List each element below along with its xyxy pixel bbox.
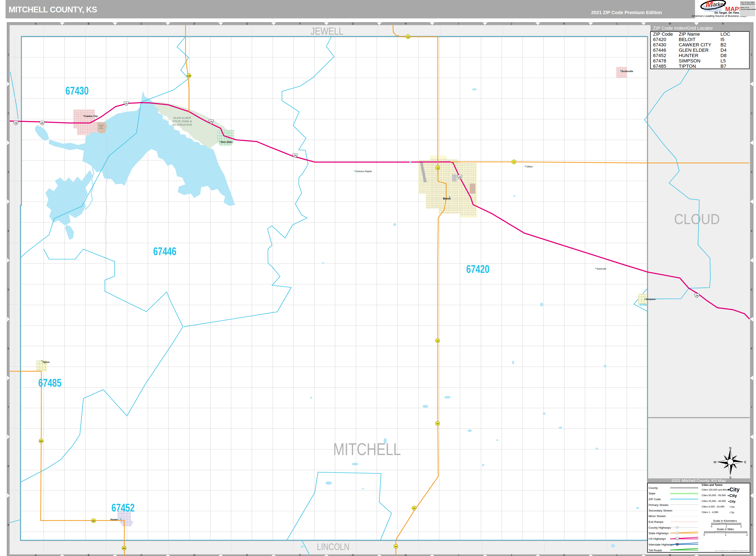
svg-text:Secondary Streets: Secondary Streets <box>649 509 672 512</box>
svg-text:GLEN ELDER: GLEN ELDER <box>679 47 709 53</box>
svg-text:City: City <box>729 493 737 498</box>
svg-text:arket: arket <box>713 1 726 7</box>
svg-text:L: L <box>617 554 618 556</box>
svg-text:6: 6 <box>8 347 9 350</box>
svg-text:2: 2 <box>8 112 9 115</box>
svg-text:On Target. On Time.: On Target. On Time. <box>715 11 740 14</box>
svg-text:1: 1 <box>751 53 752 56</box>
svg-text:Cities 100,000 and Above: Cities 100,000 and Above <box>702 488 730 491</box>
svg-text:COURSE: COURSE <box>99 128 103 129</box>
svg-text:24: 24 <box>210 120 212 123</box>
svg-text:4: 4 <box>751 230 752 233</box>
svg-text:G: G <box>352 22 354 25</box>
svg-text:LINCOLN: LINCOLN <box>317 542 350 552</box>
svg-text:Cawker City: Cawker City <box>84 115 98 117</box>
svg-text:2021 Mitchell County, KS Map: 2021 Mitchell County, KS Map <box>671 478 726 483</box>
svg-text:L5: L5 <box>721 58 726 64</box>
svg-text:2021 ZIP Code Premium Edition: 2021 ZIP Code Premium Edition <box>591 10 662 15</box>
svg-text:Beloit: Beloit <box>443 197 451 200</box>
svg-text:Solomon Rapids: Solomon Rapids <box>356 170 372 173</box>
svg-text:A: A <box>35 554 37 556</box>
svg-text:1: 1 <box>8 53 9 56</box>
svg-text:H: H <box>405 554 407 556</box>
svg-text:67446: 67446 <box>153 245 176 257</box>
svg-text:24: 24 <box>294 154 296 157</box>
svg-text:7: 7 <box>751 406 752 409</box>
svg-text:M: M <box>706 0 713 8</box>
svg-text:•: • <box>727 493 729 498</box>
svg-text:24: 24 <box>41 122 43 124</box>
svg-text:E: E <box>246 22 248 25</box>
svg-text:8: 8 <box>751 465 752 468</box>
svg-text:D8: D8 <box>721 53 726 58</box>
svg-text:M: M <box>669 22 671 25</box>
svg-text:Interstate Highways: Interstate Highways <box>649 543 674 546</box>
svg-text:123: 123 <box>676 538 679 540</box>
svg-text:MITCHELL: MITCHELL <box>333 440 401 458</box>
svg-text:ZIP Code: ZIP Code <box>653 31 673 37</box>
svg-text:W: W <box>714 460 717 464</box>
svg-text:Tipton: Tipton <box>42 361 50 363</box>
svg-text:ZIP Name: ZIP Name <box>679 31 700 37</box>
svg-text:Scottsville: Scottsville <box>621 70 633 72</box>
svg-text:JEWELL: JEWELL <box>310 25 343 37</box>
svg-text:67452: 67452 <box>653 53 666 58</box>
svg-text:Toll Roads: Toll Roads <box>649 549 662 552</box>
svg-text:7: 7 <box>8 406 9 409</box>
svg-text:J: J <box>511 554 512 556</box>
svg-text:SIMPSON: SIMPSON <box>679 58 700 64</box>
svg-text:14: 14 <box>437 167 439 169</box>
svg-text:0: 0 <box>703 533 705 536</box>
svg-text:14: 14 <box>395 546 397 548</box>
svg-text:N: N <box>729 446 732 450</box>
svg-text:Cities 1 - 4,999: Cities 1 - 4,999 <box>702 511 718 514</box>
svg-text:67430: 67430 <box>65 84 89 97</box>
svg-text:2: 2 <box>746 533 748 536</box>
svg-text:181: 181 <box>122 547 126 549</box>
svg-text:N: N <box>722 22 724 25</box>
svg-text:City: City <box>729 499 736 503</box>
svg-text:CLOUD: CLOUD <box>674 211 720 227</box>
svg-text:2021 © Intelligent Direct, Inc: 2021 © Intelligent Direct, Inc. Nebraska… <box>715 550 749 551</box>
svg-text:5: 5 <box>8 288 9 291</box>
svg-text:67420: 67420 <box>653 37 666 42</box>
svg-text:D: D <box>193 22 195 25</box>
svg-text:67446: 67446 <box>653 47 666 53</box>
svg-text:24: 24 <box>696 294 698 297</box>
svg-text:1-888-434-MAPS (6277): 1-888-434-MAPS (6277) <box>741 3 755 5</box>
svg-text:County: County <box>649 486 658 489</box>
svg-text:Scale in Kilometers: Scale in Kilometers <box>713 519 737 522</box>
svg-text:I: I <box>458 22 459 25</box>
svg-text:A: A <box>35 22 37 25</box>
svg-text:C: C <box>140 22 142 25</box>
svg-text:N: N <box>722 554 724 556</box>
svg-text:181: 181 <box>92 520 95 522</box>
svg-text:181: 181 <box>39 440 42 442</box>
svg-text:D4: D4 <box>721 47 726 53</box>
svg-text:CALL US TOLL FREE!: CALL US TOLL FREE! <box>741 1 755 3</box>
svg-text:•: • <box>727 487 729 492</box>
svg-text:E: E <box>246 554 248 556</box>
svg-text:L: L <box>617 22 618 25</box>
svg-text:I5: I5 <box>721 37 724 42</box>
svg-text:HUNTER: HUNTER <box>679 53 698 58</box>
svg-text:67485: 67485 <box>653 64 666 69</box>
svg-text:GOLF: GOLF <box>99 126 102 128</box>
svg-text:F: F <box>299 22 301 25</box>
svg-text:Glen Elder: Glen Elder <box>221 141 233 143</box>
svg-text:J: J <box>511 22 512 25</box>
svg-text:14: 14 <box>436 340 439 342</box>
svg-text:ZIP Code Index/Grid Locator: ZIP Code Index/Grid Locator <box>653 26 713 31</box>
svg-text:C: C <box>140 554 142 556</box>
svg-text:14: 14 <box>407 36 409 38</box>
svg-text:9: 9 <box>751 523 752 526</box>
svg-text:24: 24 <box>458 176 461 178</box>
svg-text:67478: 67478 <box>653 58 666 64</box>
svg-text:123: 123 <box>677 532 678 534</box>
svg-text:B: B <box>88 22 90 25</box>
svg-text:GLEN ELDER: GLEN ELDER <box>173 116 191 119</box>
svg-text:State Highways: State Highways <box>649 532 669 535</box>
svg-text:14: 14 <box>436 423 439 425</box>
svg-text:0: 0 <box>711 525 712 528</box>
svg-text:RESERVATION: RESERVATION <box>172 123 192 127</box>
